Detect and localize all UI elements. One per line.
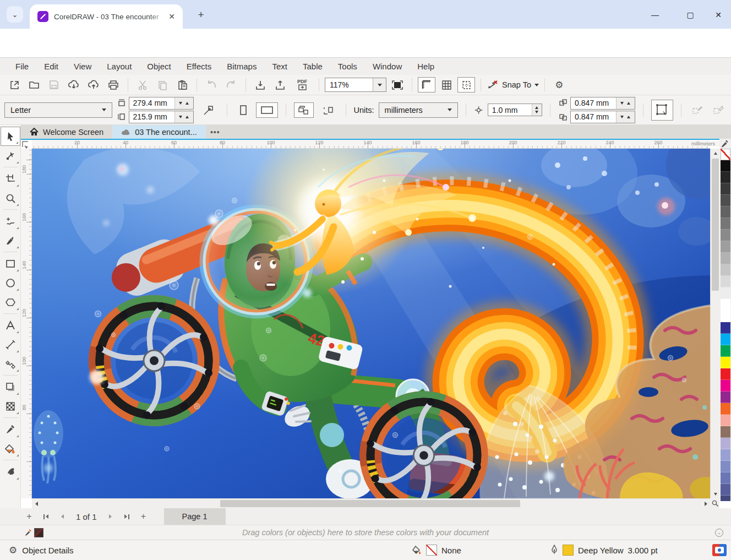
menu-item[interactable]: Table: [295, 58, 330, 75]
color-swatch[interactable]: [721, 230, 730, 241]
tab-close-icon[interactable]: ✕: [166, 11, 177, 22]
outline-status[interactable]: Deep Yellow 3.000 pt: [550, 545, 658, 556]
color-swatch[interactable]: [721, 287, 730, 299]
menu-item[interactable]: Text: [264, 58, 295, 75]
color-swatch[interactable]: [721, 149, 730, 160]
color-swatch[interactable]: [721, 322, 730, 334]
color-swatch[interactable]: [721, 415, 730, 426]
vertical-scroll-thumb[interactable]: [712, 159, 719, 291]
horizontal-ruler[interactable]: 20406080100120140160180200220240260: [32, 140, 710, 149]
color-swatch[interactable]: [721, 264, 730, 276]
color-swatch[interactable]: [721, 183, 730, 195]
duplicate-x-spinner[interactable]: [616, 97, 635, 109]
page-height-field[interactable]: 215.9 mm: [129, 111, 194, 123]
color-swatch[interactable]: [721, 241, 730, 253]
color-swatch[interactable]: [721, 368, 730, 380]
dimension-tool[interactable]: [1, 335, 20, 354]
options-gear-icon[interactable]: ⚙: [550, 77, 568, 93]
window-maximize-button[interactable]: ▢: [681, 9, 700, 21]
color-swatch[interactable]: [721, 472, 730, 484]
menu-item[interactable]: Tools: [330, 58, 365, 75]
show-guidelines-toggle[interactable]: [457, 77, 475, 93]
paste-icon[interactable]: [173, 77, 191, 93]
new-document-icon[interactable]: [6, 77, 23, 93]
undo-icon[interactable]: [203, 77, 220, 93]
page-width-spinner[interactable]: [174, 97, 193, 109]
color-swatch[interactable]: [721, 449, 730, 461]
crop-tool[interactable]: [1, 169, 20, 188]
shape-edit-tool[interactable]: [1, 146, 20, 165]
tab-document-active[interactable]: 03 The encount...: [112, 125, 206, 139]
ruler-origin-icon[interactable]: [21, 140, 32, 149]
cut-icon[interactable]: [134, 77, 151, 93]
save-icon[interactable]: [45, 77, 63, 93]
drawing-canvas[interactable]: 42: [32, 149, 710, 498]
tab-search-chevron-icon[interactable]: ⌄: [7, 6, 23, 23]
color-swatch[interactable]: [721, 392, 730, 403]
menu-item[interactable]: Object: [139, 58, 178, 75]
units-select[interactable]: millimeters: [379, 102, 458, 118]
import-icon[interactable]: [252, 77, 269, 93]
add-page-button[interactable]: +: [21, 509, 37, 524]
portrait-orientation-button[interactable]: [235, 102, 252, 118]
landscape-orientation-button[interactable]: [256, 102, 278, 118]
color-swatch[interactable]: [721, 311, 730, 322]
color-swatch[interactable]: [721, 218, 730, 230]
next-page-button[interactable]: [102, 509, 119, 524]
redo-icon[interactable]: [222, 77, 240, 93]
color-swatch[interactable]: [721, 403, 730, 415]
document-palette-options-icon[interactable]: ⌄: [715, 529, 723, 537]
menu-item[interactable]: Help: [410, 58, 442, 75]
window-close-button[interactable]: ✕: [709, 9, 728, 21]
nudge-distance-field[interactable]: 1.0 mm: [488, 104, 542, 116]
interactive-fill-tool[interactable]: [1, 439, 20, 458]
color-swatch[interactable]: [721, 299, 730, 311]
cloud-download-icon[interactable]: [65, 77, 83, 93]
rectangle-tool[interactable]: [1, 254, 20, 273]
color-swatch[interactable]: [721, 334, 730, 345]
tab-welcome-screen[interactable]: Welcome Screen: [21, 125, 112, 139]
zoom-corner-icon[interactable]: [710, 498, 719, 508]
color-swatch[interactable]: [721, 426, 730, 438]
scroll-up-arrow[interactable]: [711, 149, 720, 157]
fill-status[interactable]: None: [412, 545, 461, 556]
menu-item[interactable]: Bitmaps: [219, 58, 264, 75]
export-icon[interactable]: [271, 77, 289, 93]
color-swatch[interactable]: [721, 276, 730, 287]
page-1-tab[interactable]: Page 1: [164, 508, 226, 525]
color-eyedropper-tool[interactable]: [1, 420, 20, 439]
treat-as-filled-toggle[interactable]: [651, 100, 673, 121]
menu-item[interactable]: Window: [365, 58, 410, 75]
color-swatch[interactable]: [721, 380, 730, 392]
open-icon[interactable]: [25, 77, 43, 93]
menu-item[interactable]: Edit: [36, 58, 66, 75]
color-swatch[interactable]: [721, 357, 730, 368]
copy-icon[interactable]: [154, 77, 171, 93]
menu-item[interactable]: Effects: [179, 58, 220, 75]
menu-item[interactable]: File: [8, 58, 36, 75]
drop-shadow-tool[interactable]: [1, 377, 20, 396]
color-swatch[interactable]: [721, 172, 730, 183]
drawing-scale-icon[interactable]: [198, 102, 219, 118]
horizontal-scrollbar[interactable]: [32, 498, 710, 508]
color-swatch[interactable]: [721, 345, 730, 357]
scroll-left-arrow[interactable]: [32, 499, 41, 509]
menu-item[interactable]: View: [66, 58, 99, 75]
scroll-right-arrow[interactable]: [701, 499, 710, 509]
horizontal-scroll-thumb[interactable]: [220, 500, 520, 507]
zoom-level-combobox[interactable]: 117%: [325, 78, 386, 92]
zoom-dropdown-button[interactable]: [373, 78, 386, 91]
transparency-tool[interactable]: [1, 396, 20, 416]
add-page-button-2[interactable]: +: [135, 509, 152, 524]
object-details-control[interactable]: ⚙ Object Details: [0, 545, 74, 556]
cloud-upload-icon[interactable]: [85, 77, 102, 93]
curve-tool[interactable]: [1, 211, 20, 231]
duplicate-distance-y-field[interactable]: 0.847 mm: [570, 111, 635, 123]
show-grid-toggle[interactable]: [438, 77, 455, 93]
ellipse-tool[interactable]: [1, 273, 20, 292]
edit-fill-icon[interactable]: [689, 102, 706, 118]
all-pages-button[interactable]: [294, 102, 314, 118]
color-swatch[interactable]: [721, 496, 730, 501]
color-swatch[interactable]: [721, 195, 730, 206]
previous-page-button[interactable]: [54, 509, 70, 524]
